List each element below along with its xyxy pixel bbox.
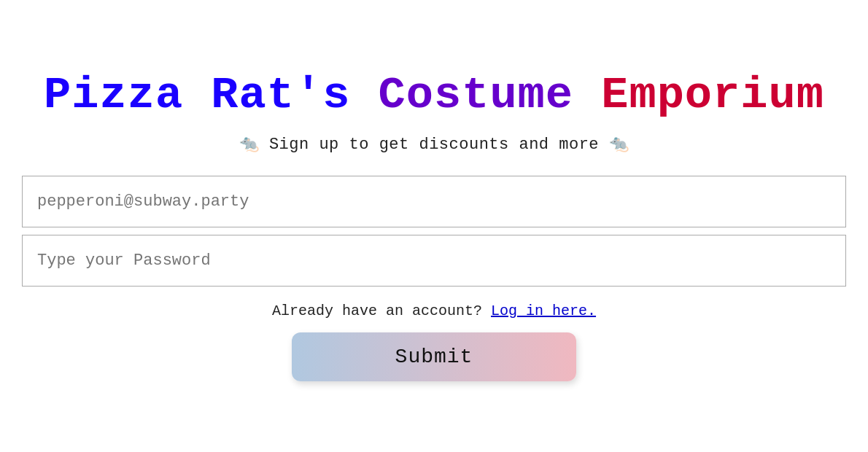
login-link[interactable]: Log in here. [491,303,596,319]
subtitle: 🐀 Sign up to get discounts and more 🐀 [239,134,629,154]
title-emporium: Emporium [601,69,824,121]
password-field[interactable] [22,235,846,287]
login-prompt: Already have an account? Log in here. [272,303,596,319]
email-field[interactable] [22,176,846,227]
page-title: Pizza Rat's Costume Emporium [44,71,824,120]
title-pizza: Pizza Rat's [44,69,350,121]
form-container [22,176,846,294]
login-prompt-text: Already have an account? [272,303,482,319]
title-costume: Costume [379,69,573,121]
buttons-area: Already have an account? Log in here. Su… [15,294,853,381]
page-wrapper: Pizza Rat's Costume Emporium 🐀 Sign up t… [0,56,868,395]
submit-button[interactable]: Submit [292,332,576,381]
